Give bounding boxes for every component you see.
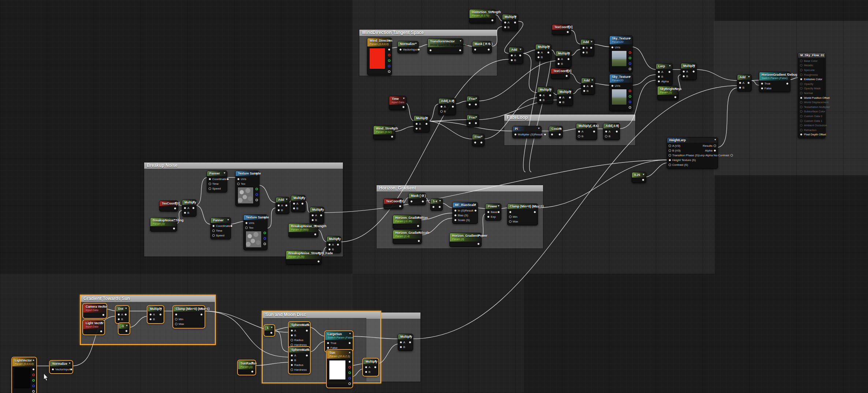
- pin[interactable]: [565, 75, 568, 77]
- pin[interactable]: [429, 49, 432, 52]
- pin[interactable]: [422, 200, 424, 203]
- pin[interactable]: [415, 123, 418, 125]
- node-header[interactable]: Multiply▼: [502, 14, 518, 19]
- collapse-icon[interactable]: ▼: [491, 10, 494, 13]
- pin[interactable]: [642, 179, 644, 181]
- pin[interactable]: [212, 225, 215, 227]
- collapse-icon[interactable]: ▼: [102, 305, 105, 307]
- node-const-neg1[interactable]: -1▼: [119, 323, 130, 334]
- node-horizon-gradientscale[interactable]: Horizon_GradientScaleParam (1.4)▼: [393, 230, 422, 244]
- pin[interactable]: [415, 127, 418, 130]
- node-multiply-neg-half[interactable]: Multiply(,-0.5)▼AB: [576, 123, 597, 140]
- pin[interactable]: [159, 313, 162, 316]
- pin[interactable]: [454, 214, 457, 217]
- pin[interactable]: [374, 366, 377, 368]
- pin[interactable]: [583, 90, 585, 92]
- node-header[interactable]: LargeSunSwitch Param (False)▼: [325, 332, 352, 340]
- pin[interactable]: [509, 220, 512, 223]
- pin[interactable]: [537, 51, 540, 54]
- collapse-icon[interactable]: ▲: [629, 75, 631, 78]
- node-wind-strength[interactable]: Wind_StrengthParam (0.02)▼: [373, 126, 395, 140]
- node-header[interactable]: SphereMask▼: [289, 347, 310, 352]
- collapse-icon[interactable]: ▼: [223, 172, 226, 174]
- node-header[interactable]: Multiply▼: [310, 207, 324, 212]
- pin[interactable]: [293, 202, 295, 205]
- node-header[interactable]: SphereMask▼: [289, 322, 310, 328]
- collapse-icon[interactable]: ▼: [616, 124, 618, 127]
- collapse-icon[interactable]: ▼: [714, 138, 717, 141]
- pin[interactable]: [800, 83, 802, 85]
- pin[interactable]: [504, 21, 506, 24]
- pin[interactable]: [263, 232, 266, 234]
- collapse-icon[interactable]: ▼: [549, 88, 552, 90]
- node-header[interactable]: Pi▼: [513, 126, 541, 131]
- node-header[interactable]: Multiply▼: [182, 200, 196, 205]
- pin[interactable]: [391, 135, 393, 138]
- pin[interactable]: [365, 366, 367, 368]
- pin[interactable]: [800, 129, 802, 131]
- node-header[interactable]: Light VectorInput Data▼: [83, 321, 104, 329]
- pin[interactable]: [348, 382, 351, 385]
- pin[interactable]: [549, 94, 551, 97]
- node-header[interactable]: BreakupNoise_StrengthParam (0.065)▼: [289, 224, 318, 232]
- node-header[interactable]: BreakupNoise_Strength_FadeParam (0.25)▼: [286, 251, 321, 259]
- collapse-icon[interactable]: ▼: [306, 323, 308, 326]
- pin[interactable]: [100, 330, 102, 333]
- pin[interactable]: [293, 207, 295, 210]
- pin[interactable]: [400, 341, 402, 344]
- pin[interactable]: [245, 227, 248, 229]
- pin[interactable]: [438, 206, 441, 208]
- pin[interactable]: [682, 75, 685, 78]
- node-header[interactable]: MF_BiasScale▼: [453, 202, 478, 207]
- pin[interactable]: [497, 211, 500, 213]
- node-header[interactable]: TexCoord[0]▼: [384, 199, 403, 204]
- collapse-icon[interactable]: ▼: [748, 75, 750, 78]
- node-distortion-strength[interactable]: Distortion_StrengthParam (0.175)▼: [469, 9, 495, 23]
- pin[interactable]: [459, 49, 461, 52]
- collapse-icon[interactable]: ▲: [255, 172, 258, 174]
- collapse-icon[interactable]: ▼: [786, 73, 789, 75]
- pin[interactable]: [301, 202, 304, 205]
- node-header[interactable]: Multiply▼: [538, 87, 553, 92]
- pin[interactable]: [125, 330, 128, 332]
- node-multiply-tiling[interactable]: Multiply▼AB: [182, 199, 197, 217]
- pin[interactable]: [32, 379, 35, 382]
- node-multiply-a2[interactable]: Multiply▼AB: [555, 50, 572, 68]
- node-multiply-dist[interactable]: Multiply▼AB: [502, 14, 518, 31]
- node-header[interactable]: Power▼: [486, 204, 501, 209]
- collapse-icon[interactable]: ▼: [227, 218, 229, 221]
- pin[interactable]: [174, 207, 176, 210]
- node-add-sky2[interactable]: Add▼AB: [581, 78, 595, 95]
- pin[interactable]: [510, 59, 513, 61]
- pin[interactable]: [487, 48, 490, 51]
- node-texcoord-mid[interactable]: TexCoord[0]▼: [551, 68, 570, 79]
- pin[interactable]: [669, 164, 671, 166]
- pin[interactable]: [124, 313, 127, 316]
- pin[interactable]: [285, 204, 288, 207]
- collapse-icon[interactable]: ▼: [497, 205, 500, 207]
- pin[interactable]: [629, 95, 631, 98]
- pin[interactable]: [578, 130, 580, 133]
- node-header[interactable]: Add▼: [581, 40, 594, 45]
- node-header[interactable]: Multiply▼: [556, 51, 571, 56]
- collapse-icon[interactable]: ▼: [693, 64, 695, 67]
- pin[interactable]: [800, 101, 802, 104]
- node-header[interactable]: TexCoord[0]▼: [551, 68, 569, 74]
- collapse-icon[interactable]: ▼: [251, 362, 254, 364]
- pin[interactable]: [388, 54, 390, 56]
- collapse-icon[interactable]: ▼: [590, 40, 593, 43]
- node-header[interactable]: -1▼: [119, 323, 129, 329]
- node-header[interactable]: Clamp (Min=0) (Max=1)▼: [508, 204, 538, 209]
- node-normalize-light[interactable]: Normalize▼VectorInput: [50, 361, 72, 373]
- pin[interactable]: [192, 207, 195, 209]
- collapse-icon[interactable]: ▼: [422, 194, 424, 196]
- pin[interactable]: [327, 347, 329, 349]
- pin[interactable]: [468, 122, 471, 124]
- pin[interactable]: [800, 124, 802, 127]
- node-header[interactable]: Horizon_GradientBiasParam (-0.35)▼: [393, 215, 421, 224]
- pin[interactable]: [255, 188, 258, 190]
- collapse-icon[interactable]: ▼: [125, 307, 127, 310]
- collapse-icon[interactable]: ▲: [629, 37, 631, 39]
- node-power[interactable]: Power▼BaseExp: [485, 203, 501, 221]
- node-spheremask-2[interactable]: SphereMask▼ABRadiusHardness: [289, 347, 310, 374]
